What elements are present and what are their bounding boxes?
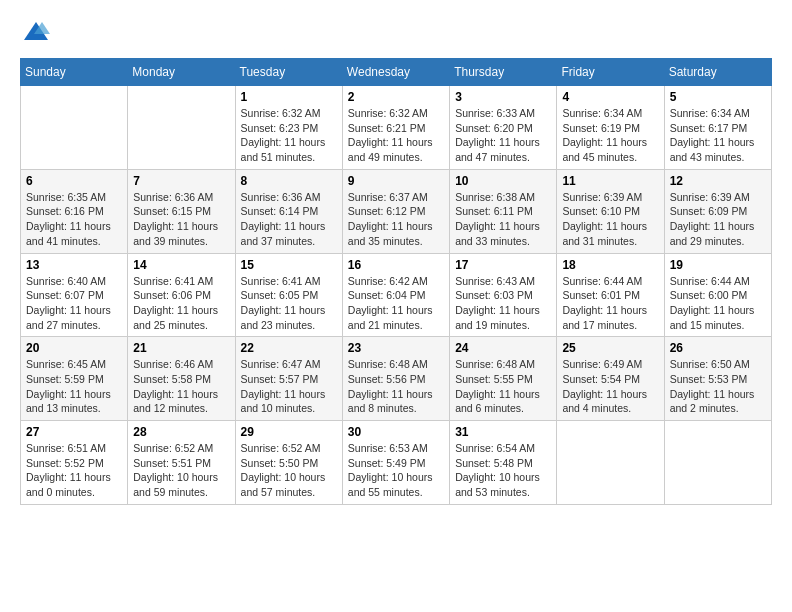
day-number: 31 <box>455 425 551 439</box>
calendar-cell: 17Sunrise: 6:43 AM Sunset: 6:03 PM Dayli… <box>450 253 557 337</box>
calendar-week-row: 27Sunrise: 6:51 AM Sunset: 5:52 PM Dayli… <box>21 421 772 505</box>
day-number: 1 <box>241 90 337 104</box>
calendar-week-row: 13Sunrise: 6:40 AM Sunset: 6:07 PM Dayli… <box>21 253 772 337</box>
calendar-cell: 25Sunrise: 6:49 AM Sunset: 5:54 PM Dayli… <box>557 337 664 421</box>
day-header-monday: Monday <box>128 59 235 86</box>
day-info: Sunrise: 6:42 AM Sunset: 6:04 PM Dayligh… <box>348 274 444 333</box>
day-number: 26 <box>670 341 766 355</box>
day-info: Sunrise: 6:45 AM Sunset: 5:59 PM Dayligh… <box>26 357 122 416</box>
day-info: Sunrise: 6:48 AM Sunset: 5:55 PM Dayligh… <box>455 357 551 416</box>
day-header-friday: Friday <box>557 59 664 86</box>
day-info: Sunrise: 6:33 AM Sunset: 6:20 PM Dayligh… <box>455 106 551 165</box>
calendar-cell: 20Sunrise: 6:45 AM Sunset: 5:59 PM Dayli… <box>21 337 128 421</box>
calendar-cell: 15Sunrise: 6:41 AM Sunset: 6:05 PM Dayli… <box>235 253 342 337</box>
day-header-tuesday: Tuesday <box>235 59 342 86</box>
day-number: 23 <box>348 341 444 355</box>
calendar-cell: 30Sunrise: 6:53 AM Sunset: 5:49 PM Dayli… <box>342 421 449 505</box>
day-info: Sunrise: 6:39 AM Sunset: 6:09 PM Dayligh… <box>670 190 766 249</box>
day-info: Sunrise: 6:46 AM Sunset: 5:58 PM Dayligh… <box>133 357 229 416</box>
calendar-week-row: 6Sunrise: 6:35 AM Sunset: 6:16 PM Daylig… <box>21 169 772 253</box>
calendar-cell: 31Sunrise: 6:54 AM Sunset: 5:48 PM Dayli… <box>450 421 557 505</box>
day-number: 14 <box>133 258 229 272</box>
calendar-cell <box>21 86 128 170</box>
day-info: Sunrise: 6:52 AM Sunset: 5:51 PM Dayligh… <box>133 441 229 500</box>
calendar-cell <box>664 421 771 505</box>
day-number: 17 <box>455 258 551 272</box>
day-info: Sunrise: 6:47 AM Sunset: 5:57 PM Dayligh… <box>241 357 337 416</box>
day-info: Sunrise: 6:34 AM Sunset: 6:17 PM Dayligh… <box>670 106 766 165</box>
day-number: 29 <box>241 425 337 439</box>
day-number: 11 <box>562 174 658 188</box>
day-info: Sunrise: 6:40 AM Sunset: 6:07 PM Dayligh… <box>26 274 122 333</box>
calendar-cell: 23Sunrise: 6:48 AM Sunset: 5:56 PM Dayli… <box>342 337 449 421</box>
day-info: Sunrise: 6:43 AM Sunset: 6:03 PM Dayligh… <box>455 274 551 333</box>
calendar-week-row: 20Sunrise: 6:45 AM Sunset: 5:59 PM Dayli… <box>21 337 772 421</box>
day-number: 6 <box>26 174 122 188</box>
day-number: 25 <box>562 341 658 355</box>
calendar-cell: 27Sunrise: 6:51 AM Sunset: 5:52 PM Dayli… <box>21 421 128 505</box>
calendar-cell: 8Sunrise: 6:36 AM Sunset: 6:14 PM Daylig… <box>235 169 342 253</box>
day-info: Sunrise: 6:36 AM Sunset: 6:14 PM Dayligh… <box>241 190 337 249</box>
day-info: Sunrise: 6:44 AM Sunset: 6:00 PM Dayligh… <box>670 274 766 333</box>
calendar-cell: 28Sunrise: 6:52 AM Sunset: 5:51 PM Dayli… <box>128 421 235 505</box>
day-number: 20 <box>26 341 122 355</box>
day-number: 15 <box>241 258 337 272</box>
calendar-cell: 1Sunrise: 6:32 AM Sunset: 6:23 PM Daylig… <box>235 86 342 170</box>
day-number: 5 <box>670 90 766 104</box>
day-number: 24 <box>455 341 551 355</box>
day-info: Sunrise: 6:35 AM Sunset: 6:16 PM Dayligh… <box>26 190 122 249</box>
day-info: Sunrise: 6:48 AM Sunset: 5:56 PM Dayligh… <box>348 357 444 416</box>
day-info: Sunrise: 6:36 AM Sunset: 6:15 PM Dayligh… <box>133 190 229 249</box>
day-number: 21 <box>133 341 229 355</box>
day-info: Sunrise: 6:32 AM Sunset: 6:23 PM Dayligh… <box>241 106 337 165</box>
day-number: 27 <box>26 425 122 439</box>
day-info: Sunrise: 6:34 AM Sunset: 6:19 PM Dayligh… <box>562 106 658 165</box>
day-number: 8 <box>241 174 337 188</box>
day-info: Sunrise: 6:54 AM Sunset: 5:48 PM Dayligh… <box>455 441 551 500</box>
day-info: Sunrise: 6:41 AM Sunset: 6:06 PM Dayligh… <box>133 274 229 333</box>
calendar-cell: 18Sunrise: 6:44 AM Sunset: 6:01 PM Dayli… <box>557 253 664 337</box>
day-info: Sunrise: 6:37 AM Sunset: 6:12 PM Dayligh… <box>348 190 444 249</box>
day-number: 10 <box>455 174 551 188</box>
day-info: Sunrise: 6:53 AM Sunset: 5:49 PM Dayligh… <box>348 441 444 500</box>
day-number: 30 <box>348 425 444 439</box>
day-number: 18 <box>562 258 658 272</box>
day-info: Sunrise: 6:49 AM Sunset: 5:54 PM Dayligh… <box>562 357 658 416</box>
calendar-cell: 12Sunrise: 6:39 AM Sunset: 6:09 PM Dayli… <box>664 169 771 253</box>
day-header-sunday: Sunday <box>21 59 128 86</box>
page-header <box>20 20 772 42</box>
calendar-cell: 11Sunrise: 6:39 AM Sunset: 6:10 PM Dayli… <box>557 169 664 253</box>
day-header-thursday: Thursday <box>450 59 557 86</box>
calendar-body: 1Sunrise: 6:32 AM Sunset: 6:23 PM Daylig… <box>21 86 772 505</box>
day-number: 28 <box>133 425 229 439</box>
day-number: 3 <box>455 90 551 104</box>
calendar-cell: 22Sunrise: 6:47 AM Sunset: 5:57 PM Dayli… <box>235 337 342 421</box>
day-number: 22 <box>241 341 337 355</box>
day-info: Sunrise: 6:50 AM Sunset: 5:53 PM Dayligh… <box>670 357 766 416</box>
logo-icon <box>22 20 50 42</box>
day-header-wednesday: Wednesday <box>342 59 449 86</box>
day-info: Sunrise: 6:39 AM Sunset: 6:10 PM Dayligh… <box>562 190 658 249</box>
day-number: 4 <box>562 90 658 104</box>
calendar-cell: 21Sunrise: 6:46 AM Sunset: 5:58 PM Dayli… <box>128 337 235 421</box>
calendar-cell: 3Sunrise: 6:33 AM Sunset: 6:20 PM Daylig… <box>450 86 557 170</box>
day-info: Sunrise: 6:52 AM Sunset: 5:50 PM Dayligh… <box>241 441 337 500</box>
calendar-cell: 26Sunrise: 6:50 AM Sunset: 5:53 PM Dayli… <box>664 337 771 421</box>
day-number: 2 <box>348 90 444 104</box>
day-number: 12 <box>670 174 766 188</box>
calendar-cell: 13Sunrise: 6:40 AM Sunset: 6:07 PM Dayli… <box>21 253 128 337</box>
calendar-cell: 19Sunrise: 6:44 AM Sunset: 6:00 PM Dayli… <box>664 253 771 337</box>
calendar-cell <box>128 86 235 170</box>
calendar-table: SundayMondayTuesdayWednesdayThursdayFrid… <box>20 58 772 505</box>
calendar-header-row: SundayMondayTuesdayWednesdayThursdayFrid… <box>21 59 772 86</box>
day-number: 7 <box>133 174 229 188</box>
calendar-cell: 14Sunrise: 6:41 AM Sunset: 6:06 PM Dayli… <box>128 253 235 337</box>
calendar-cell: 4Sunrise: 6:34 AM Sunset: 6:19 PM Daylig… <box>557 86 664 170</box>
day-header-saturday: Saturday <box>664 59 771 86</box>
day-number: 16 <box>348 258 444 272</box>
calendar-cell: 7Sunrise: 6:36 AM Sunset: 6:15 PM Daylig… <box>128 169 235 253</box>
day-number: 13 <box>26 258 122 272</box>
day-info: Sunrise: 6:32 AM Sunset: 6:21 PM Dayligh… <box>348 106 444 165</box>
calendar-cell: 10Sunrise: 6:38 AM Sunset: 6:11 PM Dayli… <box>450 169 557 253</box>
day-info: Sunrise: 6:51 AM Sunset: 5:52 PM Dayligh… <box>26 441 122 500</box>
